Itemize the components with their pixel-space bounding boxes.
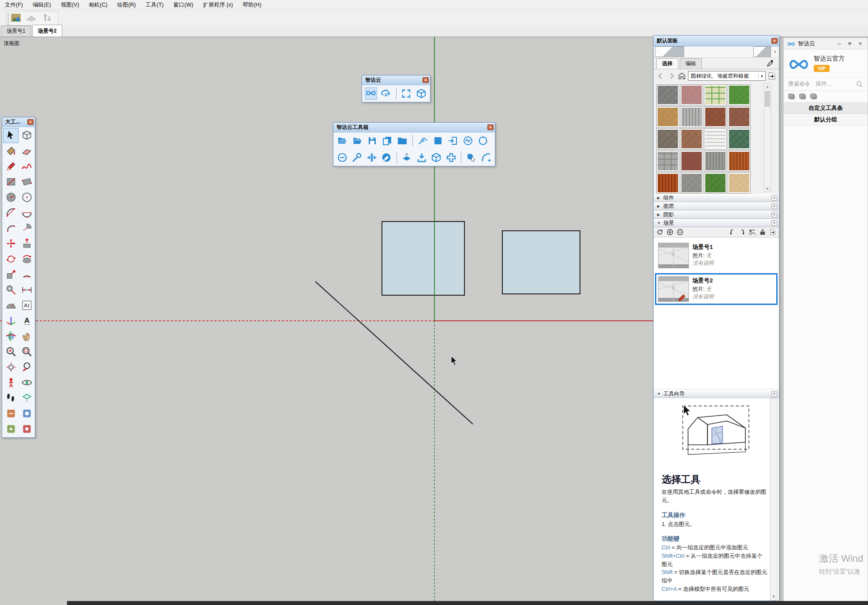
- zoom-tool[interactable]: [3, 344, 19, 359]
- zoom-window-tool[interactable]: [19, 344, 34, 359]
- rectangle-2[interactable]: [502, 231, 580, 294]
- frame-brackets-button[interactable]: [400, 87, 413, 100]
- scroll-down-icon[interactable]: ∨: [764, 185, 771, 192]
- tab-select[interactable]: 选择: [656, 58, 678, 69]
- scale-tool[interactable]: [3, 267, 19, 282]
- curve-button[interactable]: [417, 135, 429, 147]
- material-swatch-gravel-gray[interactable]: [656, 84, 679, 105]
- dimension-tool[interactable]: [19, 282, 34, 297]
- material-swatch-gravel-mixed[interactable]: [656, 128, 679, 150]
- clean-globe-button[interactable]: [380, 151, 392, 164]
- toolbar-grip[interactable]: [7, 12, 9, 25]
- refresh-scene-icon[interactable]: [656, 229, 663, 236]
- menu-item-2[interactable]: 编辑(E): [28, 0, 56, 10]
- scroll-up-icon[interactable]: ∧: [764, 84, 771, 90]
- material-swatch-tile-mauve[interactable]: [680, 84, 703, 105]
- details-arrow-icon[interactable]: [769, 229, 776, 236]
- copy-button[interactable]: [381, 135, 393, 147]
- plugin-d-tool[interactable]: [19, 421, 34, 436]
- paint-bucket-tool[interactable]: [3, 143, 19, 158]
- material-preview-swatch[interactable]: [753, 46, 771, 57]
- home-icon[interactable]: [677, 71, 686, 80]
- wave-button[interactable]: [462, 135, 474, 147]
- close-icon[interactable]: ×: [487, 124, 494, 130]
- zdy-panel-title-bar[interactable]: 智达云 – ≡ ×: [784, 38, 868, 49]
- instructor-scrollbar[interactable]: ∨: [770, 398, 777, 601]
- material-swatch-grass-green[interactable]: [728, 84, 751, 105]
- menu-item-9[interactable]: 帮助(H): [238, 0, 266, 10]
- menu-item-6[interactable]: 工具(T): [141, 0, 168, 10]
- material-preview-swatch[interactable]: [655, 46, 684, 57]
- rotated-rectangle-tool[interactable]: [19, 174, 34, 189]
- section-expanded-bar[interactable]: ▼场景×: [654, 219, 779, 227]
- text-tool[interactable]: A1: [19, 298, 34, 313]
- material-swatch-stone-beige[interactable]: [728, 173, 751, 194]
- material-swatch-wire-white[interactable]: [704, 128, 727, 150]
- circle-tool[interactable]: [3, 190, 19, 205]
- material-swatch-pavers-white[interactable]: [704, 84, 727, 105]
- close-icon[interactable]: ×: [771, 212, 777, 218]
- rectangle-1[interactable]: [382, 222, 464, 295]
- section-bar[interactable]: ▶阴影×: [654, 210, 779, 219]
- eyedropper-icon[interactable]: [767, 59, 774, 67]
- move-scene-left-icon[interactable]: [729, 229, 736, 236]
- zdy-toolbox-title-bar[interactable]: 智达云工具箱 ×: [333, 123, 495, 132]
- material-swatch-clay-red[interactable]: [680, 150, 703, 172]
- menu-item-1[interactable]: 文件(F): [0, 0, 28, 10]
- material-swatch-planks-gray[interactable]: [704, 150, 727, 172]
- drawn-line[interactable]: [315, 282, 473, 424]
- default-group-row[interactable]: 默认分组: [784, 114, 868, 125]
- cloud-lines-button[interactable]: [380, 87, 392, 100]
- close-icon[interactable]: ×: [771, 203, 777, 209]
- materials-collection-dropdown[interactable]: 园林绿化、地被层和植被 ▾: [688, 71, 766, 81]
- polygon-tool[interactable]: [19, 190, 34, 205]
- tape-measure-tool[interactable]: [3, 282, 19, 297]
- details-arrow-icon[interactable]: [767, 71, 776, 80]
- scene-tab-1[interactable]: 场景号1: [1, 26, 31, 37]
- forward-arrow-icon[interactable]: [667, 71, 676, 80]
- eraser-tool[interactable]: [19, 143, 34, 158]
- taskbar-strip[interactable]: [67, 601, 868, 605]
- material-swatch-gravel-red[interactable]: [728, 106, 751, 128]
- material-swatch-gravel-fine[interactable]: [680, 173, 703, 194]
- 3d-text-tool[interactable]: A: [19, 313, 34, 328]
- scene-item-2[interactable]: 场景号2照片: 无没有说明: [655, 273, 778, 305]
- pick-cursor-button[interactable]: [465, 151, 477, 164]
- update-scene-icon[interactable]: [759, 229, 766, 236]
- tray-title-bar[interactable]: 默认面板 ×: [654, 36, 779, 46]
- plugin-search[interactable]: 搜索命令、插件...: [784, 78, 868, 91]
- minimize-icon[interactable]: –: [836, 40, 843, 47]
- close-icon[interactable]: ×: [27, 119, 34, 125]
- plugin-b-tool[interactable]: [19, 406, 34, 421]
- export-button[interactable]: [447, 135, 459, 147]
- section-bar[interactable]: ▶图层×: [654, 202, 779, 210]
- menu-item-8[interactable]: 扩展程序 (x): [198, 0, 238, 10]
- walk-tool[interactable]: [3, 391, 19, 406]
- zoom-extents-tool[interactable]: [3, 360, 19, 375]
- box-3d-button[interactable]: [430, 151, 442, 164]
- line-tool[interactable]: [3, 159, 19, 174]
- download-button[interactable]: [415, 151, 427, 164]
- move-tool[interactable]: [3, 236, 19, 251]
- search-icon[interactable]: [856, 81, 863, 88]
- place-model-button[interactable]: [10, 13, 22, 24]
- view-options-icon[interactable]: [749, 229, 756, 236]
- pie-tool[interactable]: [19, 221, 34, 236]
- select-tool[interactable]: [3, 128, 19, 143]
- protractor-tool[interactable]: [3, 298, 19, 313]
- scroll-down-icon[interactable]: ∨: [771, 593, 777, 599]
- close-icon[interactable]: ×: [856, 40, 864, 47]
- scene-item-1[interactable]: 场景号1照片: 无没有说明: [655, 240, 778, 271]
- rectangle-tool[interactable]: [3, 174, 19, 189]
- palette-title-bar[interactable]: 大工... ×: [2, 117, 35, 127]
- make-component-tool[interactable]: [19, 128, 34, 143]
- material-swatch-foliage-dark[interactable]: [728, 128, 751, 150]
- axes-tool[interactable]: [3, 313, 19, 328]
- square-button[interactable]: [432, 135, 444, 147]
- tool-filter-icon-1[interactable]: [788, 94, 795, 99]
- freehand-tool[interactable]: [19, 159, 34, 174]
- arc-plus-button[interactable]: [480, 151, 492, 164]
- menu-item-3[interactable]: 视图(V): [56, 0, 84, 10]
- menu-icon[interactable]: ≡: [846, 40, 854, 47]
- grid-plus-button[interactable]: [445, 151, 457, 164]
